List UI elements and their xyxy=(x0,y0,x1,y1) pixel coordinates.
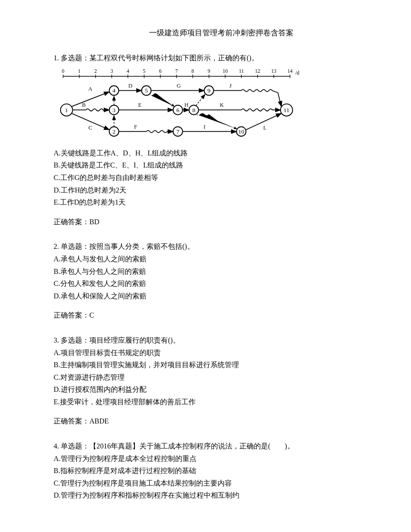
svg-text:9: 9 xyxy=(208,68,210,74)
svg-text:J: J xyxy=(229,83,231,89)
svg-text:3: 3 xyxy=(110,68,113,74)
q3-stem: 3. 多选题：项目经理应履行的职责有()。 xyxy=(54,335,366,346)
q2-option-b: B.承包人与分包人之间的索赔 xyxy=(54,266,366,277)
svg-text:I: I xyxy=(204,123,206,130)
q4-stem: 4. 单选题：【2016年真题】关于施工成本控制程序的说法，正确的是( )。 xyxy=(54,440,366,452)
svg-text:7: 7 xyxy=(176,128,180,135)
q1-stem: 1. 多选题：某工程双代号时标网络计划如下图所示，正确的有()。 xyxy=(54,52,366,64)
svg-text:3: 3 xyxy=(113,106,116,113)
q1-option-a: A.关键线路是工作A、D、H、L组成的线路 xyxy=(54,147,366,159)
question-2: 2. 单选题：按照当事人分类，索赔不包括()。 A.承包人与发包人之间的索赔 B… xyxy=(54,241,366,321)
svg-text:F: F xyxy=(134,123,137,130)
svg-text:A: A xyxy=(88,85,92,92)
svg-text:0: 0 xyxy=(62,68,64,74)
svg-text:B: B xyxy=(82,102,85,108)
svg-text:5: 5 xyxy=(145,87,148,94)
svg-text:8: 8 xyxy=(192,68,194,74)
network-diagram: 01234567891011121314 /d 1 2 3 4 5 6 7 xyxy=(54,67,304,145)
q1-option-e: E.工作D的总时差为1天 xyxy=(54,197,366,208)
q4-option-c: C.管理行为控制程序是项目施工成本结果控制的主要内容 xyxy=(54,478,366,489)
svg-text:10: 10 xyxy=(222,68,228,74)
svg-text:E: E xyxy=(138,102,142,108)
svg-text:K: K xyxy=(220,102,224,108)
svg-text:L: L xyxy=(263,124,267,130)
q1-option-b: B.关键线路是工作C、E、I、L组成的线路 xyxy=(54,159,366,171)
svg-text:11: 11 xyxy=(284,106,289,113)
svg-line-54 xyxy=(72,92,109,106)
q4-option-b: B.指标控制程序是对成本进行过程控制的基础 xyxy=(54,465,366,477)
svg-text:9: 9 xyxy=(207,87,210,94)
svg-text:11: 11 xyxy=(239,68,244,74)
question-3: 3. 多选题：项目经理应履行的职责有()。 A.项目管理目标责任书规定的职责 B… xyxy=(54,335,366,427)
q4-option-d: D.管理行为控制程序和指标控制程序在实施过程中相互制约 xyxy=(54,490,366,501)
svg-text:4: 4 xyxy=(113,87,116,94)
q3-answer: 正确答案：ABDE xyxy=(54,415,366,427)
svg-text:14: 14 xyxy=(287,68,293,74)
q2-option-d: D.承包人和保险人之间的索赔 xyxy=(54,290,366,302)
q3-option-c: C.对资源进行静态管理 xyxy=(54,372,366,383)
svg-text:13: 13 xyxy=(271,68,277,74)
svg-line-80 xyxy=(196,94,205,105)
q2-stem: 2. 单选题：按照当事人分类，索赔不包括()。 xyxy=(54,241,366,252)
q3-option-d: D.进行授权范围内的利益分配 xyxy=(54,384,366,395)
svg-text:2: 2 xyxy=(113,128,116,135)
svg-text:D: D xyxy=(128,83,132,89)
q1-option-d: D.工作H的总时差为2天 xyxy=(54,184,366,196)
svg-text:12: 12 xyxy=(255,68,260,74)
svg-text:2: 2 xyxy=(94,68,97,74)
svg-text:1: 1 xyxy=(78,68,81,74)
q2-option-a: A.承包人与发包人之间的索赔 xyxy=(54,253,366,265)
svg-text:5: 5 xyxy=(143,68,146,74)
q3-option-e: E.接受审计，处理项目经理部解体的善后工作 xyxy=(54,396,366,408)
svg-text:6: 6 xyxy=(176,106,180,113)
svg-text:4: 4 xyxy=(126,68,129,74)
q3-option-a: A.项目管理目标责任书规定的职责 xyxy=(54,347,366,359)
svg-text:H: H xyxy=(185,102,189,108)
axis-unit: /d xyxy=(295,70,299,76)
q1-answer: 正确答案：BD xyxy=(54,216,366,228)
svg-text:10: 10 xyxy=(238,128,244,135)
svg-text:G: G xyxy=(176,83,180,89)
question-1: 1. 多选题：某工程双代号时标网络计划如下图所示，正确的有()。 0123456… xyxy=(54,52,366,227)
question-4: 4. 单选题：【2016年真题】关于施工成本控制程序的说法，正确的是( )。 A… xyxy=(54,440,366,501)
q1-option-c: C.工作G的总时差与自由时差相等 xyxy=(54,172,366,184)
nodes: 1 2 3 4 5 6 7 8 9 10 xyxy=(60,86,292,136)
svg-text:C: C xyxy=(88,124,92,130)
svg-text:8: 8 xyxy=(192,106,195,113)
svg-text:1: 1 xyxy=(65,106,68,113)
svg-text:7: 7 xyxy=(175,68,178,74)
q2-option-c: C.分包人和发包人之间的索赔 xyxy=(54,278,366,289)
svg-text:6: 6 xyxy=(159,68,162,74)
q2-answer: 正确答案：C xyxy=(54,310,366,321)
document-title: 一级建造师项目管理考前冲刺密押卷含答案 xyxy=(76,27,366,39)
q4-option-a: A.管理行为控制程序是成本全过程控制的重点 xyxy=(54,453,366,465)
q3-option-b: B.主持编制项目管理实施规划，并对项目目标进行系统管理 xyxy=(54,359,366,371)
